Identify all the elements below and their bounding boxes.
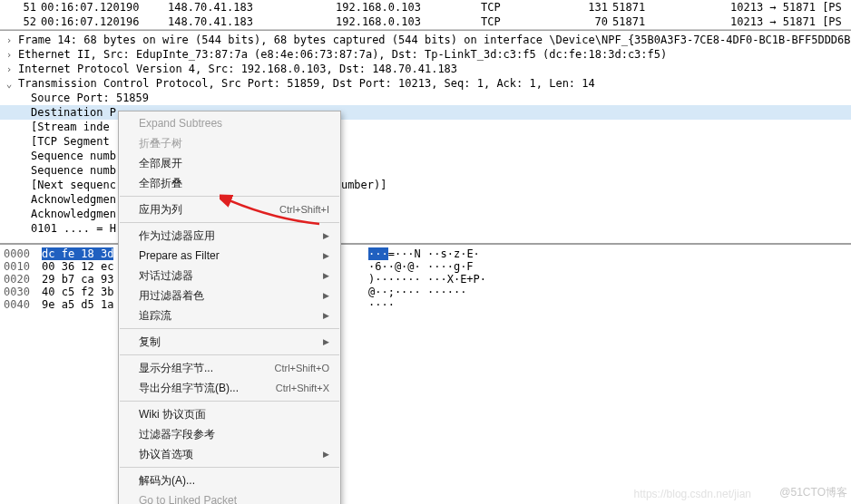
tree-tcp[interactable]: ⌄Transmission Control Protocol, Src Port… <box>0 76 851 91</box>
menu-colorize-with-filter[interactable]: 用过滤器着色▶ <box>119 286 340 305</box>
menu-decode-as[interactable]: 解码为(A)... <box>119 470 340 490</box>
chevron-right-icon[interactable]: › <box>4 34 15 48</box>
col-time: 00:16:07.120196 <box>41 15 168 28</box>
menu-filter-field-ref[interactable]: 过滤器字段参考 <box>119 424 340 444</box>
chevron-right-icon[interactable]: › <box>4 63 15 77</box>
menu-separator <box>120 196 339 197</box>
menu-expand-all[interactable]: 全部展开 <box>119 153 340 173</box>
col-dst: 192.168.0.103 <box>336 1 481 14</box>
col-proto: TCP <box>481 15 567 28</box>
menu-separator <box>120 354 339 355</box>
submenu-arrow-icon: ▶ <box>316 311 329 320</box>
col-info2: 10213 → 51871 [PSH, ACK] Seq=1 <box>730 1 842 14</box>
menu-collapse-subtree: 折叠子树 <box>119 133 340 153</box>
chevron-right-icon[interactable]: › <box>4 48 15 63</box>
menu-apply-as-filter[interactable]: 作为过滤器应用▶ <box>119 226 340 246</box>
packet-list[interactable]: 51 00:16:07.120190 148.70.41.183 192.168… <box>0 0 851 30</box>
watermark: @51CTO博客 <box>779 485 847 500</box>
col-len: 131 <box>567 1 612 14</box>
menu-separator <box>120 328 339 329</box>
col-time: 00:16:07.120190 <box>41 1 168 14</box>
col-src: 148.70.41.183 <box>168 1 336 14</box>
menu-separator <box>120 467 339 468</box>
menu-go-to-linked: Go to Linked Packet <box>119 490 340 504</box>
menu-apply-as-column[interactable]: 应用为列Ctrl+Shift+I <box>119 199 340 219</box>
source-port[interactable]: Source Port: 51859 <box>0 91 851 105</box>
col-dst: 192.168.0.103 <box>336 15 481 28</box>
col-src: 148.70.41.183 <box>168 15 336 28</box>
menu-follow[interactable]: 追踪流▶ <box>119 305 340 325</box>
menu-copy[interactable]: 复制▶ <box>119 332 340 352</box>
submenu-arrow-icon: ▶ <box>316 231 329 240</box>
col-info: 51871 <box>612 15 730 28</box>
submenu-arrow-icon: ▶ <box>316 450 329 459</box>
menu-separator <box>120 222 339 223</box>
col-proto: TCP <box>481 1 567 14</box>
col-info2: 10213 → 51871 [PSH, ACK] Seq=7 <box>730 15 842 28</box>
packet-row[interactable]: 51 00:16:07.120190 148.70.41.183 192.168… <box>0 0 851 15</box>
col-info: 51871 <box>612 1 730 14</box>
submenu-arrow-icon: ▶ <box>316 291 329 300</box>
col-no: 51 <box>9 1 41 14</box>
chevron-down-icon[interactable]: ⌄ <box>4 77 15 92</box>
submenu-arrow-icon: ▶ <box>316 271 329 280</box>
submenu-arrow-icon: ▶ <box>316 251 329 260</box>
menu-expand-subtrees: Expand Subtrees <box>119 113 340 133</box>
watermark: https://blog.csdn.net/jian <box>634 488 751 500</box>
menu-conversation-filter[interactable]: 对话过滤器▶ <box>119 266 340 286</box>
tree-ip[interactable]: ›Internet Protocol Version 4, Src: 192.1… <box>0 62 851 76</box>
submenu-arrow-icon: ▶ <box>316 337 329 346</box>
menu-protocol-prefs[interactable]: 协议首选项▶ <box>119 444 340 464</box>
menu-prepare-as-filter[interactable]: Prepare as Filter▶ <box>119 246 340 266</box>
menu-separator <box>120 401 339 402</box>
context-menu[interactable]: Expand Subtrees 折叠子树 全部展开 全部折叠 应用为列Ctrl+… <box>118 111 341 504</box>
packet-row[interactable]: 52 00:16:07.120196 148.70.41.183 192.168… <box>0 15 851 29</box>
col-len: 70 <box>567 15 612 28</box>
menu-export-packet-bytes[interactable]: 导出分组字节流(B)...Ctrl+Shift+X <box>119 378 340 398</box>
tree-ethernet[interactable]: ›Ethernet II, Src: EdupInte_73:87:7a (e8… <box>0 47 851 62</box>
menu-show-packet-bytes[interactable]: 显示分组字节...Ctrl+Shift+O <box>119 358 340 378</box>
col-no: 52 <box>9 15 41 28</box>
menu-collapse-all[interactable]: 全部折叠 <box>119 173 340 193</box>
tree-frame[interactable]: ›Frame 14: 68 bytes on wire (544 bits), … <box>0 33 851 47</box>
menu-wiki-protocol[interactable]: Wiki 协议页面 <box>119 404 340 424</box>
